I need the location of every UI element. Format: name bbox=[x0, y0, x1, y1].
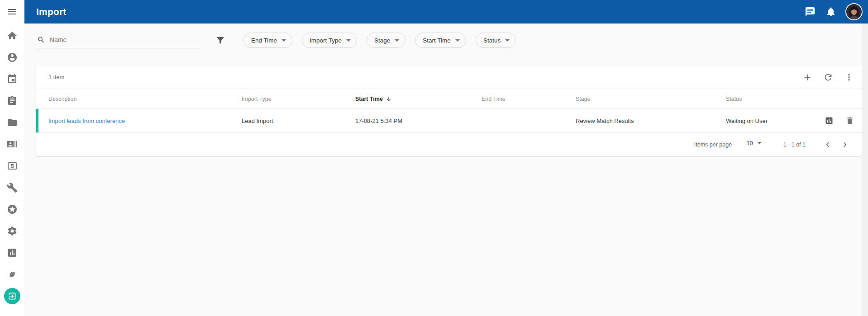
sidebar-item-files[interactable] bbox=[0, 112, 24, 133]
chevron-left-icon bbox=[823, 140, 833, 150]
wrench-icon bbox=[7, 182, 18, 193]
chip-label: Import Type bbox=[310, 37, 342, 44]
sidebar-item-tasks[interactable] bbox=[0, 90, 24, 112]
column-header-end-time[interactable]: End Time bbox=[482, 96, 576, 102]
filter-chip-start-time[interactable]: Start Time bbox=[415, 33, 466, 48]
next-page-button[interactable] bbox=[838, 138, 852, 151]
sidebar-item-home[interactable] bbox=[0, 25, 24, 47]
search-input[interactable] bbox=[50, 36, 200, 43]
table-row[interactable]: Import leads from conference Lead Import… bbox=[36, 109, 862, 133]
refresh-icon bbox=[823, 72, 833, 82]
column-label: Status bbox=[726, 96, 742, 102]
sidebar-item-billing[interactable] bbox=[0, 155, 24, 177]
refresh-button[interactable] bbox=[823, 72, 834, 83]
column-label: Start Time bbox=[355, 96, 383, 102]
chevron-down-icon bbox=[395, 39, 399, 42]
toolbar-actions bbox=[802, 72, 854, 83]
folder-icon bbox=[7, 117, 18, 128]
page-size-select[interactable]: 10 bbox=[744, 140, 763, 149]
chevron-down-icon bbox=[757, 142, 762, 144]
more-options-button[interactable] bbox=[844, 72, 854, 83]
handshake-icon bbox=[7, 269, 18, 280]
bar-chart-icon bbox=[7, 247, 18, 258]
row-results-button[interactable] bbox=[825, 116, 834, 125]
chevron-down-icon bbox=[281, 39, 286, 42]
filter-chip-end-time[interactable]: End Time bbox=[243, 33, 292, 48]
column-label: End Time bbox=[482, 96, 506, 102]
paginator: Items per page 10 1 - 1 of 1 bbox=[36, 133, 862, 156]
filter-chip-stage[interactable]: Stage bbox=[367, 33, 405, 48]
column-header-description[interactable]: Description bbox=[48, 96, 242, 102]
page-title: Import bbox=[36, 6, 67, 17]
column-header-start-time[interactable]: Start Time bbox=[355, 96, 482, 102]
chart-icon bbox=[825, 116, 834, 125]
cell-status: Waiting on User bbox=[726, 118, 825, 124]
clipboard-icon bbox=[7, 95, 18, 106]
sidebar bbox=[0, 0, 24, 316]
filter-chip-status[interactable]: Status bbox=[476, 33, 516, 48]
column-label: Stage bbox=[576, 96, 591, 102]
import-list-card: 1 item bbox=[36, 66, 862, 156]
page-size-value: 10 bbox=[746, 140, 753, 146]
filter-row: End Time Import Type Stage Start Time St… bbox=[36, 32, 862, 49]
sidebar-item-settings[interactable] bbox=[0, 220, 24, 242]
sidebar-item-contacts[interactable] bbox=[0, 133, 24, 155]
chat-button[interactable] bbox=[805, 6, 816, 17]
bell-icon bbox=[825, 6, 836, 17]
add-button[interactable] bbox=[802, 72, 813, 83]
filter-chip-import-type[interactable]: Import Type bbox=[302, 33, 357, 48]
user-avatar[interactable] bbox=[846, 4, 862, 19]
trash-icon bbox=[845, 116, 854, 125]
import-icon bbox=[8, 292, 17, 301]
column-label: Description bbox=[48, 96, 77, 102]
sidebar-item-featured[interactable] bbox=[0, 198, 24, 220]
cell-description: Import leads from conference bbox=[48, 118, 242, 124]
cell-import-type: Lead Import bbox=[242, 118, 355, 124]
atm-card-icon bbox=[7, 160, 18, 171]
sidebar-item-tools[interactable] bbox=[0, 177, 24, 198]
cell-stage: Review Match Results bbox=[576, 118, 726, 124]
column-header-stage[interactable]: Stage bbox=[576, 96, 726, 102]
search-icon bbox=[37, 36, 45, 44]
chip-label: End Time bbox=[251, 37, 277, 44]
previous-page-button[interactable] bbox=[821, 138, 835, 151]
sidebar-item-deals[interactable] bbox=[0, 264, 24, 285]
calendar-icon bbox=[7, 74, 18, 85]
filter-chips: End Time Import Type Stage Start Time St… bbox=[243, 33, 516, 48]
main-content: End Time Import Type Stage Start Time St… bbox=[24, 24, 862, 316]
account-circle-icon bbox=[7, 52, 18, 63]
description-link[interactable]: Import leads from conference bbox=[48, 118, 125, 124]
hamburger-menu-icon bbox=[7, 6, 18, 17]
contacts-card-icon bbox=[7, 139, 18, 150]
import-active-circle bbox=[4, 288, 20, 304]
notifications-button[interactable] bbox=[825, 6, 836, 17]
chip-label: Status bbox=[483, 37, 501, 44]
chat-icon bbox=[805, 6, 816, 17]
sidebar-item-import-active[interactable] bbox=[0, 285, 24, 307]
scrollbar-track[interactable] bbox=[862, 24, 868, 316]
filter-funnel-icon bbox=[215, 35, 225, 45]
item-count: 1 item bbox=[48, 74, 64, 80]
chip-label: Stage bbox=[374, 37, 390, 44]
row-accent-bar bbox=[36, 109, 38, 132]
column-header-import-type[interactable]: Import Type bbox=[242, 96, 355, 102]
sidebar-item-account[interactable] bbox=[0, 47, 24, 68]
column-header-status[interactable]: Status bbox=[726, 96, 825, 102]
table-header-row: Description Import Type Start Time End T… bbox=[36, 89, 862, 109]
chip-label: Start Time bbox=[423, 37, 451, 44]
search-box bbox=[36, 32, 201, 48]
page-range-label: 1 - 1 of 1 bbox=[783, 141, 806, 148]
sidebar-item-analytics[interactable] bbox=[0, 242, 24, 264]
sidebar-item-calendar[interactable] bbox=[0, 68, 24, 90]
filter-funnel-button[interactable] bbox=[215, 35, 225, 45]
chevron-down-icon bbox=[455, 39, 460, 42]
cell-start-time: 17-08-21 5:34 PM bbox=[355, 118, 482, 124]
row-delete-button[interactable] bbox=[845, 116, 854, 125]
plus-icon bbox=[802, 72, 812, 82]
chevron-right-icon bbox=[840, 140, 850, 150]
sort-desc-arrow-icon bbox=[386, 96, 392, 102]
sidebar-nav bbox=[0, 25, 24, 307]
menu-button[interactable] bbox=[0, 0, 24, 24]
column-label: Import Type bbox=[242, 96, 272, 102]
topbar-actions bbox=[805, 4, 862, 19]
